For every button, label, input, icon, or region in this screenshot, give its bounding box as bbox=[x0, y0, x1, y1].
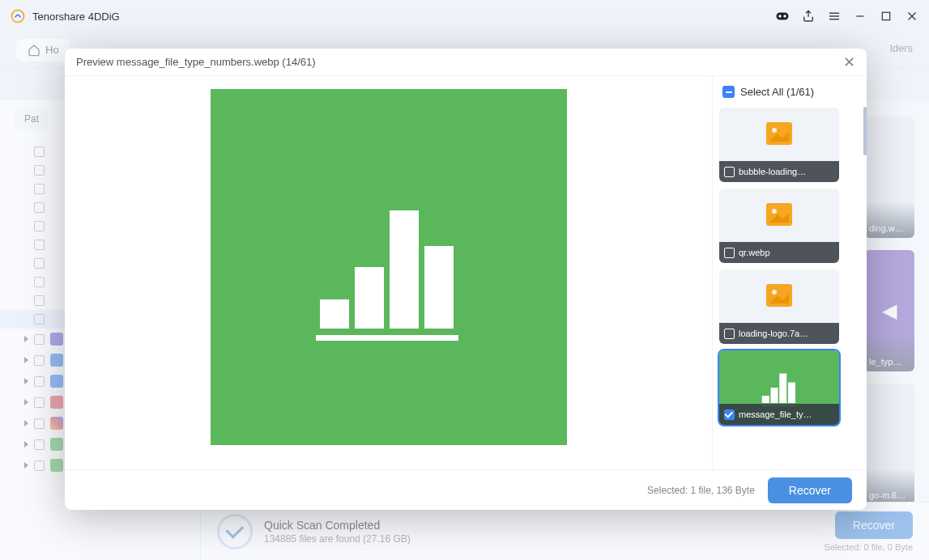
image-placeholder-icon bbox=[766, 122, 792, 145]
thumb-checkbox[interactable] bbox=[724, 248, 735, 258]
tree-checkbox[interactable] bbox=[34, 334, 45, 345]
folder-icon bbox=[50, 333, 63, 346]
thumbnail-sidebar: Select All (1/61) bubble-loading… qr.web… bbox=[713, 76, 867, 469]
folders-label: lders bbox=[890, 42, 913, 54]
tree-checkbox[interactable] bbox=[34, 295, 45, 306]
thumb-checkbox[interactable] bbox=[724, 167, 735, 177]
home-label: Ho bbox=[45, 44, 59, 56]
thumbnail-item[interactable]: message_file_ty… bbox=[719, 350, 839, 425]
thumb-overlay: qr.webp bbox=[719, 242, 839, 263]
thumb-checkbox[interactable] bbox=[724, 409, 735, 420]
preview-modal: Preview message_file_type_numbers.webp (… bbox=[65, 49, 867, 510]
modal-body: Select All (1/61) bubble-loading… qr.web… bbox=[65, 76, 867, 469]
preview-image bbox=[211, 89, 567, 445]
scan-subtitle: 134885 files are found (27.16 GB) bbox=[264, 533, 411, 545]
tree-checkbox[interactable] bbox=[34, 314, 45, 325]
svg-rect-14 bbox=[424, 246, 454, 329]
caret-icon[interactable] bbox=[24, 336, 28, 342]
svg-point-21 bbox=[772, 290, 777, 295]
grid-thumb[interactable]: go-m.6… bbox=[864, 384, 914, 505]
thumbnail-item[interactable]: qr.webp bbox=[719, 189, 839, 263]
titlebar-right bbox=[775, 9, 919, 23]
select-all-checkbox[interactable] bbox=[722, 86, 735, 98]
app-title: Tenorshare 4DDiG bbox=[32, 11, 120, 23]
titlebar-left: Tenorshare 4DDiG bbox=[10, 8, 120, 24]
tree-checkbox[interactable] bbox=[34, 202, 45, 213]
tree-checkbox[interactable] bbox=[34, 146, 45, 157]
recover-button[interactable]: Recover bbox=[835, 511, 913, 539]
tree-checkbox[interactable] bbox=[34, 258, 45, 269]
scan-title: Quick Scan Completed bbox=[264, 519, 411, 532]
tree-checkbox[interactable] bbox=[34, 277, 45, 287]
grid-thumb[interactable]: ding.w… bbox=[864, 117, 914, 238]
close-icon[interactable]: ✕ bbox=[842, 56, 855, 69]
svg-rect-22 bbox=[762, 396, 769, 403]
caret-icon[interactable] bbox=[24, 378, 28, 384]
grid-thumb[interactable]: ◀le_typ… bbox=[864, 250, 914, 371]
modal-title: Preview message_file_type_numbers.webp (… bbox=[76, 56, 316, 68]
folder-icon bbox=[50, 438, 63, 451]
tree-checkbox[interactable] bbox=[34, 165, 45, 176]
scan-complete-icon bbox=[217, 514, 253, 549]
modal-header: Preview message_file_type_numbers.webp (… bbox=[65, 49, 867, 76]
tree-checkbox[interactable] bbox=[34, 460, 45, 471]
folder-icon bbox=[50, 417, 63, 430]
play-icon: ◀ bbox=[882, 299, 897, 322]
tree-checkbox[interactable] bbox=[34, 376, 45, 387]
bar-chart-icon bbox=[751, 367, 808, 408]
caret-icon[interactable] bbox=[24, 420, 28, 426]
caret-icon[interactable] bbox=[24, 441, 28, 448]
svg-rect-11 bbox=[320, 299, 349, 329]
tree-checkbox[interactable] bbox=[34, 355, 45, 366]
thumb-name: qr.webp bbox=[739, 248, 770, 257]
tree-checkbox[interactable] bbox=[34, 184, 45, 194]
svg-rect-25 bbox=[788, 383, 795, 404]
minimize-icon[interactable] bbox=[853, 9, 867, 23]
svg-rect-1 bbox=[777, 13, 789, 20]
tree-checkbox[interactable] bbox=[34, 418, 45, 429]
svg-rect-23 bbox=[771, 388, 778, 403]
thumbnail-item[interactable]: bubble-loading… bbox=[719, 108, 839, 182]
svg-point-3 bbox=[783, 15, 786, 17]
thumb-checkbox[interactable] bbox=[724, 329, 735, 339]
caret-icon[interactable] bbox=[24, 357, 28, 363]
vr-icon[interactable] bbox=[775, 9, 790, 23]
thumb-overlay: bubble-loading… bbox=[719, 161, 839, 182]
titlebar: Tenorshare 4DDiG bbox=[0, 0, 929, 32]
scrollbar[interactable] bbox=[863, 107, 867, 155]
menu-icon[interactable] bbox=[827, 9, 842, 23]
folder-icon bbox=[50, 354, 63, 367]
thumbnail-item[interactable]: loading-logo.7a… bbox=[719, 269, 839, 344]
bar-chart-icon bbox=[308, 186, 470, 348]
caret-icon[interactable] bbox=[24, 399, 28, 405]
selected-text: Selected: 0 file, 0 Byte bbox=[825, 542, 913, 552]
select-all-label: Select All (1/61) bbox=[740, 86, 814, 98]
svg-point-17 bbox=[772, 128, 777, 133]
folder-icon bbox=[50, 396, 63, 409]
folder-icon bbox=[50, 459, 63, 472]
folder-icon bbox=[50, 375, 63, 388]
share-icon[interactable] bbox=[801, 9, 816, 23]
modal-selected-text: Selected: 1 file, 136 Byte bbox=[647, 485, 755, 496]
thumb-label: le_typ… bbox=[869, 357, 910, 367]
window-close-icon[interactable] bbox=[905, 9, 919, 23]
home-button[interactable]: Ho bbox=[16, 39, 70, 62]
thumb-overlay: loading-logo.7a… bbox=[719, 323, 839, 344]
recover-button[interactable]: Recover bbox=[768, 477, 852, 503]
tree-checkbox[interactable] bbox=[34, 439, 45, 450]
thumb-label: ding.w… bbox=[869, 223, 910, 233]
svg-rect-13 bbox=[390, 210, 419, 329]
tree-checkbox[interactable] bbox=[34, 221, 45, 231]
maximize-icon[interactable] bbox=[879, 9, 893, 23]
caret-icon[interactable] bbox=[24, 462, 28, 469]
preview-pane bbox=[65, 76, 713, 469]
thumb-name: loading-logo.7a… bbox=[739, 329, 808, 338]
select-all-row[interactable]: Select All (1/61) bbox=[719, 84, 860, 100]
svg-point-2 bbox=[778, 15, 781, 17]
tree-checkbox[interactable] bbox=[34, 240, 45, 250]
tree-checkbox[interactable] bbox=[34, 397, 45, 408]
svg-point-19 bbox=[772, 209, 777, 214]
svg-rect-15 bbox=[316, 335, 458, 341]
thumb-overlay: message_file_ty… bbox=[719, 404, 839, 425]
path-chip[interactable]: Pat bbox=[15, 108, 49, 129]
